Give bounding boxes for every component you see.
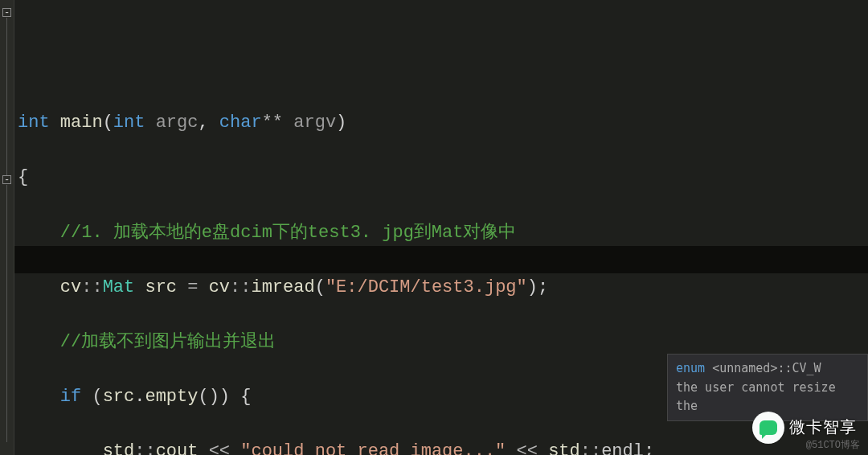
wechat-icon [752, 412, 784, 444]
comment: //1. 加载本地的e盘dcim下的test3. jpg到Mat对像中 [60, 223, 517, 243]
code-line[interactable]: { [18, 164, 868, 191]
fold-toggle-if[interactable] [2, 175, 11, 184]
code-line[interactable]: cv::Mat src = cv::imread("E:/DCIM/test3.… [18, 274, 868, 301]
fold-toggle-main[interactable] [2, 8, 11, 17]
code-line[interactable]: //1. 加载本地的e盘dcim下的test3. jpg到Mat对像中 [18, 219, 868, 247]
gutter [0, 0, 14, 455]
watermark: 微卡智享 [752, 412, 857, 444]
keyword: int [18, 113, 50, 133]
watermark-text: 微卡智享 [789, 416, 857, 441]
code-line[interactable]: int main(int argc, char** argv) [18, 109, 868, 137]
code-line[interactable]: std::cout << "could not read image..." <… [18, 438, 868, 455]
code-line[interactable]: //加载不到图片输出并退出 [18, 329, 868, 356]
comment: //加载不到图片输出并退出 [60, 332, 276, 352]
